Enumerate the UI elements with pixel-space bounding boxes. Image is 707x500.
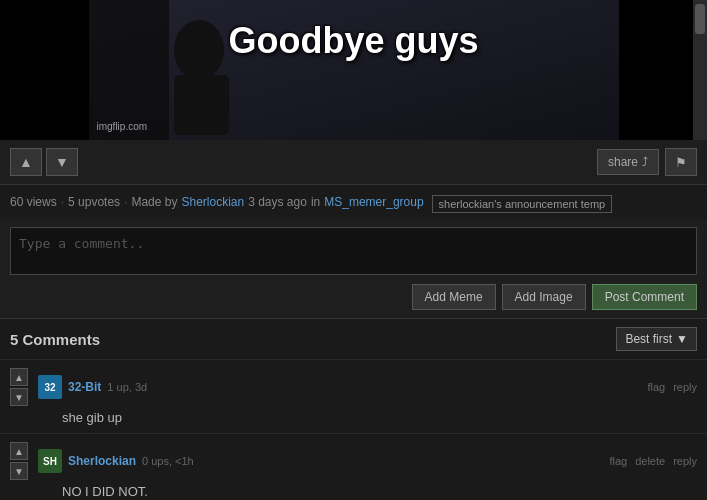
svg-rect-3 [89,0,169,140]
comment-item-2: ▲ ▼ SH Sherlockian 0 ups, <1h flag delet… [0,433,707,500]
comment-downvote-button-2[interactable]: ▼ [10,462,28,480]
share-label: share [608,155,638,169]
comment-time: 3d [135,381,147,393]
group-link[interactable]: MS_memer_group [324,195,423,209]
author-link[interactable]: Sherlockian [181,195,244,209]
comment-header: ▲ ▼ 32 32-Bit 1 up, 3d flag reply [10,368,697,406]
comment-time-2: <1h [175,455,194,467]
comment-vote-section: ▲ ▼ [10,368,28,406]
add-image-button[interactable]: Add Image [502,284,586,310]
upvote-button[interactable]: ▲ [10,148,42,176]
comment-input-area: Add Meme Add Image Post Comment [0,219,707,318]
scrollbar-thumb[interactable] [695,4,705,34]
dot2: · [124,195,127,209]
upvotes-count: 5 upvotes [68,195,120,209]
comment-upvote-button-2[interactable]: ▲ [10,442,28,460]
sort-arrow-icon: ▼ [676,332,688,346]
page-wrapper: Goodbye guys imgflip.com ▲ ▼ share ⤴ ⚑ 6… [0,0,707,500]
flag-button[interactable]: ⚑ [665,148,697,176]
comment-text: she gib up [62,410,697,425]
meta-bar: 60 views · 5 upvotes · Made by Sherlocki… [0,185,707,219]
comment-downvote-button[interactable]: ▼ [10,388,28,406]
comment-textarea[interactable] [10,227,697,275]
views-count: 60 views [10,195,57,209]
comment-username-2[interactable]: Sherlockian [68,454,136,468]
comment-text-2: NO I DID NOT. [62,484,697,499]
comment-header-2: ▲ ▼ SH Sherlockian 0 ups, <1h flag delet… [10,442,697,480]
share-button[interactable]: share ⤴ [597,149,659,175]
comment-username[interactable]: 32-Bit [68,380,101,394]
tag-label: sherlockian's announcement temp [432,195,613,213]
dot1: · [61,195,64,209]
comment-upvote-button[interactable]: ▲ [10,368,28,386]
made-by-label: Made by [131,195,177,209]
comment-ups: 1 up [107,381,128,393]
vote-buttons: ▲ ▼ [10,148,78,176]
in-text: in [311,195,320,209]
imgflip-watermark: imgflip.com [97,121,148,132]
comment-vote-section-2: ▲ ▼ [10,442,28,480]
comment-buttons: Add Meme Add Image Post Comment [10,284,697,310]
reply-comment-link[interactable]: reply [673,381,697,393]
downvote-button[interactable]: ▼ [46,148,78,176]
flag-comment-link[interactable]: flag [647,381,665,393]
right-actions: share ⤴ ⚑ [597,148,697,176]
reply-comment-link-2[interactable]: reply [673,455,697,467]
actions-bar: ▲ ▼ share ⤴ ⚑ [0,140,707,185]
user-avatar-2: SH [38,449,62,473]
comment-actions: flag reply [647,381,697,393]
delete-comment-link[interactable]: delete [635,455,665,467]
comment-ups-2: 0 ups [142,455,169,467]
svg-rect-2 [174,75,229,135]
image-container: Goodbye guys imgflip.com [0,0,707,140]
sort-label: Best first [625,332,672,346]
comments-count: 5 Comments [10,331,100,348]
comments-header: 5 Comments Best first ▼ [0,318,707,359]
time-ago: 3 days ago [248,195,307,209]
add-meme-button[interactable]: Add Meme [412,284,496,310]
flag-comment-link-2[interactable]: flag [609,455,627,467]
svg-point-1 [174,20,224,80]
post-comment-button[interactable]: Post Comment [592,284,697,310]
meme-image: Goodbye guys imgflip.com [89,0,619,140]
flag-icon: ⚑ [675,155,687,170]
comment-item: ▲ ▼ 32 32-Bit 1 up, 3d flag reply she gi… [0,359,707,433]
comment-meta: 1 up, 3d [107,381,147,393]
scrollbar[interactable] [693,0,707,140]
comment-meta-2: 0 ups, <1h [142,455,194,467]
sort-dropdown[interactable]: Best first ▼ [616,327,697,351]
comment-actions-2: flag delete reply [609,455,697,467]
share-icon: ⤴ [642,155,648,169]
meme-title: Goodbye guys [228,20,478,62]
user-avatar: 32 [38,375,62,399]
